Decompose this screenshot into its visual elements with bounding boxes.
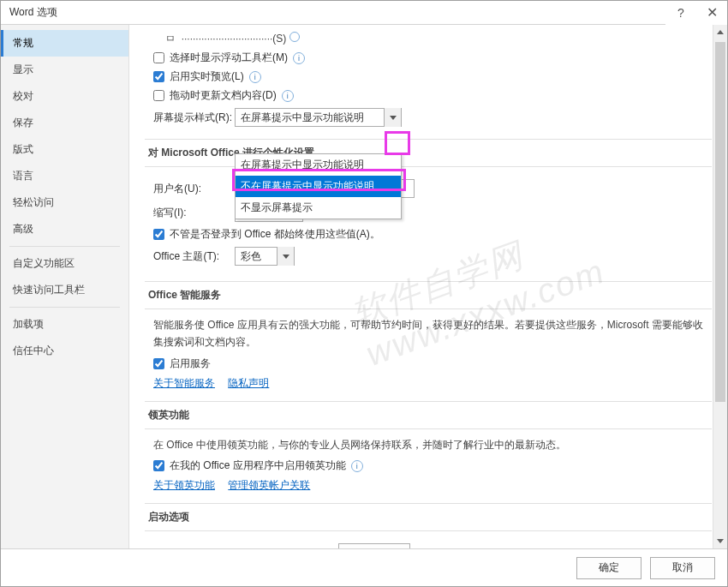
close-button[interactable]: ✕ <box>696 1 727 25</box>
sidebar-item-save[interactable]: 保存 <box>1 110 128 136</box>
section-linkedin-header: 领英功能 <box>145 401 712 429</box>
scroll-thumb[interactable] <box>715 42 725 402</box>
intelligent-enable-row[interactable]: 启用服务 <box>153 356 712 371</box>
truncated-option-row: ㅁ ································(S) <box>145 32 712 46</box>
dropdown-option-2[interactable]: 不显示屏幕提示 <box>236 197 401 219</box>
scroll-up-button[interactable] <box>713 25 727 39</box>
dialog-title: Word 选项 <box>9 5 665 20</box>
triangle-up-icon <box>717 30 724 34</box>
dialog-footer: 确定 取消 <box>1 548 727 586</box>
screentip-row: 屏幕提示样式(R): 在屏幕提示中显示功能说明 <box>145 108 712 127</box>
initials-label: 缩写(I): <box>153 206 235 220</box>
info-icon[interactable]: i <box>282 90 294 102</box>
label-mini-toolbar: 选择时显示浮动工具栏(M) <box>170 51 288 65</box>
dropdown-option-0[interactable]: 在屏幕提示中显示功能说明 <box>236 154 401 176</box>
link-about-intelligent[interactable]: 关于智能服务 <box>153 377 215 389</box>
screentip-combo[interactable]: 在屏幕提示中显示功能说明 <box>235 108 402 127</box>
sidebar-item-general[interactable]: 常规 <box>1 30 128 57</box>
screentip-dropdown[interactable]: 在屏幕提示中显示功能说明 不在屏幕提示中显示功能说明 不显示屏幕提示 <box>235 153 402 219</box>
info-icon <box>289 32 300 42</box>
vertical-scrollbar[interactable] <box>713 25 727 548</box>
checkbox-live-preview[interactable] <box>153 71 164 82</box>
sidebar-item-proofing[interactable]: 校对 <box>1 83 128 110</box>
info-icon[interactable]: i <box>293 52 305 64</box>
sidebar-item-quick-access[interactable]: 快速访问工具栏 <box>1 277 128 303</box>
theme-label: Office 主题(T): <box>153 249 235 264</box>
info-icon[interactable]: i <box>351 460 363 472</box>
default-ext-label: 选择希望 Word 默认情况下打开扩展名: <box>153 548 330 548</box>
sidebar-item-customize-ribbon[interactable]: 自定义功能区 <box>1 250 128 277</box>
theme-combo-text: 彩色 <box>236 249 277 264</box>
main-pane: 软件自学网 www.xxxw.com ㅁ ···················… <box>129 25 727 548</box>
option-update-drag[interactable]: 拖动时更新文档内容(D) i <box>145 88 712 103</box>
label-update-drag: 拖动时更新文档内容(D) <box>170 88 277 103</box>
triangle-down-icon <box>717 539 724 543</box>
section-intelligent-header: Office 智能服务 <box>145 281 712 309</box>
label-intelligent-enable: 启用服务 <box>170 356 211 371</box>
cancel-button[interactable]: 取消 <box>650 557 715 579</box>
scroll-down-button[interactable] <box>713 534 727 548</box>
linkedin-enable-row[interactable]: 在我的 Office 应用程序中启用领英功能 i <box>153 458 712 473</box>
checkbox-always-use[interactable] <box>153 229 164 240</box>
checkbox-update-drag[interactable] <box>153 90 164 101</box>
checkbox-intelligent-enable[interactable] <box>153 358 164 369</box>
label-linkedin-enable: 在我的 Office 应用程序中启用领英功能 <box>170 458 346 473</box>
section-startup-header: 启动选项 <box>145 503 712 531</box>
help-button[interactable]: ? <box>665 1 696 25</box>
screentip-combo-button[interactable] <box>384 108 401 127</box>
sidebar-item-trust-center[interactable]: 信任中心 <box>1 338 128 364</box>
linkedin-desc: 在 Office 中使用领英功能，与你的专业人员网络保持联系，并随时了解行业中的… <box>153 436 712 453</box>
dropdown-option-1[interactable]: 不在屏幕提示中显示功能说明 <box>236 176 401 197</box>
intelligent-desc: 智能服务使 Office 应用具有云的强大功能，可帮助节约时间，获得更好的结果。… <box>153 316 712 351</box>
sidebar-item-ease-of-access[interactable]: 轻松访问 <box>1 189 128 216</box>
theme-combo-button[interactable] <box>277 247 294 266</box>
screentip-combo-text: 在屏幕提示中显示功能说明 <box>236 111 384 125</box>
dialog-body: 常规 显示 校对 保存 版式 语言 轻松访问 高级 自定义功能区 快速访问工具栏… <box>1 25 727 548</box>
section-personalize-header: 对 Microsoft Office 进行个性化设置 <box>145 139 712 167</box>
sidebar-item-language[interactable]: 语言 <box>1 163 128 189</box>
sidebar-item-layout[interactable]: 版式 <box>1 136 128 163</box>
theme-row: Office 主题(T): 彩色 <box>153 247 712 266</box>
chevron-down-icon <box>283 255 289 259</box>
link-privacy[interactable]: 隐私声明 <box>228 377 269 389</box>
checkbox-linkedin-enable[interactable] <box>153 460 164 471</box>
default-ext-row: 选择希望 Word 默认情况下打开扩展名: 默认程序... <box>153 543 712 548</box>
default-programs-button[interactable]: 默认程序... <box>338 543 410 548</box>
label-always-use: 不管是否登录到 Office 都始终使用这些值(A)。 <box>170 227 380 242</box>
sidebar-separator <box>9 307 120 308</box>
checkbox-mini-toolbar[interactable] <box>153 52 164 63</box>
sidebar-item-advanced[interactable]: 高级 <box>1 216 128 243</box>
label-live-preview: 启用实时预览(L) <box>170 69 244 84</box>
sidebar: 常规 显示 校对 保存 版式 语言 轻松访问 高级 自定义功能区 快速访问工具栏… <box>1 25 129 548</box>
link-manage-linkedin[interactable]: 管理领英帐户关联 <box>228 479 310 491</box>
chevron-down-icon <box>390 116 397 120</box>
titlebar: Word 选项 ? ✕ <box>1 1 727 25</box>
ok-button[interactable]: 确定 <box>576 557 641 579</box>
option-mini-toolbar[interactable]: 选择时显示浮动工具栏(M) i <box>145 51 712 65</box>
sidebar-item-addins[interactable]: 加载项 <box>1 311 128 338</box>
username-label: 用户名(U): <box>153 182 235 196</box>
info-icon[interactable]: i <box>249 71 261 83</box>
option-live-preview[interactable]: 启用实时预览(L) i <box>145 69 712 84</box>
theme-combo[interactable]: 彩色 <box>235 247 295 266</box>
always-use-row[interactable]: 不管是否登录到 Office 都始终使用这些值(A)。 <box>153 227 712 242</box>
word-options-dialog: Word 选项 ? ✕ 常规 显示 校对 保存 版式 语言 轻松访问 高级 自定… <box>0 0 728 587</box>
sidebar-item-display[interactable]: 显示 <box>1 57 128 83</box>
screentip-label: 屏幕提示样式(R): <box>153 111 235 125</box>
sidebar-separator <box>9 246 120 247</box>
link-about-linkedin[interactable]: 关于领英功能 <box>153 479 215 491</box>
